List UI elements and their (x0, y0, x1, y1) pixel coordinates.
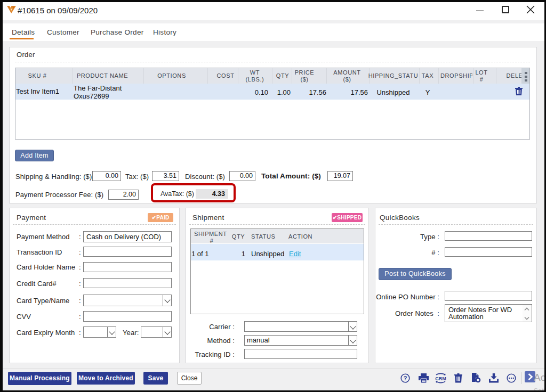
svg-text:CRM: CRM (435, 376, 446, 381)
svg-text:?: ? (404, 375, 407, 381)
